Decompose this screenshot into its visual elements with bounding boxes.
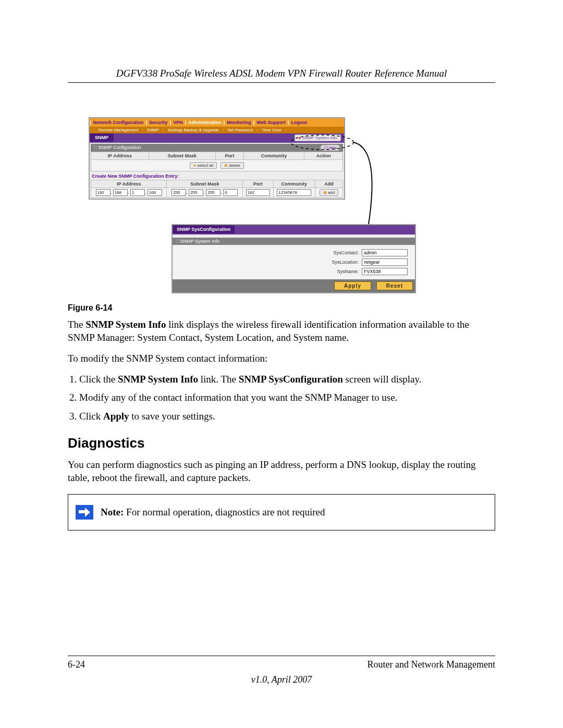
paragraph: The SNMP System Info link displays the w… (68, 318, 495, 344)
sysname-input[interactable] (362, 268, 408, 275)
col-header: Add (315, 180, 342, 188)
apply-button[interactable]: Apply (334, 281, 371, 290)
col-header: Port (216, 152, 244, 160)
add-button[interactable]: ⊕ add (320, 189, 339, 196)
sub-nav: ::Remote Management ::SNMP ::Settings Ba… (90, 127, 344, 133)
col-header: Community (273, 180, 315, 188)
ip-octet-input[interactable] (96, 189, 111, 196)
col-header: Subnet Mask (167, 180, 242, 188)
steps-list: Click the SNMP System Info link. The SNM… (68, 373, 495, 423)
nav-item[interactable]: VPN (171, 118, 185, 127)
main-nav: |Network Configuration |Security |VPN |A… (90, 118, 344, 127)
create-entry-table: IP Address Subnet Mask Port Community Ad… (91, 180, 343, 198)
note-text: Note: For normal operation, diagnostics … (101, 505, 325, 519)
delete-button[interactable]: ⊘ delete (221, 162, 244, 169)
mask-octet-input[interactable] (189, 189, 203, 196)
arrow-right-icon (76, 505, 93, 520)
snmp-system-info-link[interactable]: ● SNMP System Info (295, 134, 341, 141)
bullet-icon: ● (298, 135, 301, 140)
subnav-item[interactable]: Settings Backup & Upgrade (166, 128, 219, 132)
mask-octet-input[interactable] (223, 189, 238, 196)
col-header: Action (304, 152, 343, 160)
version-label: v1.0, April 2007 (68, 674, 495, 685)
ip-octet-input[interactable] (130, 189, 145, 196)
sysname-label: SysName: (337, 269, 359, 274)
section-header: ∷ SNMP Configuration ⓘ help (91, 144, 343, 152)
reset-button[interactable]: Reset (376, 281, 413, 290)
syslocation-input[interactable] (362, 258, 408, 266)
step-item: Click the SNMP System Info link. The SNM… (79, 373, 495, 386)
page-number: 6-24 (68, 659, 85, 670)
step-item: Modify any of the contact information th… (79, 391, 495, 404)
step-item: Click Apply to save your settings. (79, 410, 495, 423)
nav-item[interactable]: Security (147, 118, 170, 127)
note-box: Note: For normal operation, diagnostics … (68, 494, 495, 530)
col-header: IP Address (91, 180, 167, 188)
entry-row: . . . . . . ⊕ add (91, 188, 343, 198)
port-input[interactable] (246, 189, 270, 196)
select-all-button[interactable]: ● select all (190, 162, 217, 169)
page-header: DGFV338 ProSafe Wireless ADSL Modem VPN … (68, 68, 495, 83)
create-entry-label: Create New SNMP Configuration Entry: (91, 171, 343, 180)
nav-item[interactable]: Web Support (254, 118, 288, 127)
router-screenshot-top: |Network Configuration |Security |VPN |A… (89, 117, 345, 200)
router-screenshot-bottom: SNMP SysConfiguration ∷ SNMP System Info… (172, 224, 416, 293)
ip-octet-input[interactable] (148, 189, 162, 196)
nav-item[interactable]: Network Configuration (91, 118, 146, 127)
tab-row: SNMP ● SNMP System Info (90, 133, 344, 143)
col-header: Port (242, 180, 273, 188)
syscontact-input[interactable] (362, 249, 408, 256)
nav-item[interactable]: Logout (289, 118, 310, 127)
chapter-title: Router and Network Management (368, 659, 495, 670)
ip-octet-input[interactable] (113, 189, 128, 196)
tab-sysconfig[interactable]: SNMP SysConfiguration (173, 225, 235, 233)
paragraph: You can perform diagnostics such as ping… (68, 458, 495, 485)
figure-label: Figure 6-14 (68, 302, 495, 314)
community-input[interactable] (277, 189, 311, 196)
tab-snmp[interactable]: SNMP (90, 133, 114, 142)
nav-item-active[interactable]: Administration (186, 118, 224, 127)
help-button[interactable]: ⓘ help (321, 145, 340, 151)
col-header: Community (243, 152, 304, 160)
syslocation-label: SysLocation: (332, 260, 359, 265)
paragraph: To modify the SNMP System contact inform… (68, 352, 495, 365)
subnav-item[interactable]: Remote Management (97, 128, 139, 132)
col-header: Subnet Mask (149, 152, 215, 160)
nav-item[interactable]: Monitoring (225, 118, 253, 127)
col-header: IP Address (91, 152, 149, 160)
subnav-item[interactable]: SNMP (146, 128, 160, 132)
section-header: ∷ SNMP System Info (173, 238, 415, 245)
subnav-item[interactable]: Time Zone (261, 128, 283, 132)
syscontact-label: SysContact: (333, 250, 359, 255)
mask-octet-input[interactable] (172, 189, 186, 196)
heading-diagnostics: Diagnostics (68, 434, 495, 452)
page-footer: 6-24 Router and Network Management v1.0,… (68, 656, 495, 685)
mask-octet-input[interactable] (206, 189, 221, 196)
snmp-config-table: IP Address Subnet Mask Port Community Ac… (91, 152, 343, 160)
subnav-item[interactable]: Set Password (226, 128, 254, 132)
